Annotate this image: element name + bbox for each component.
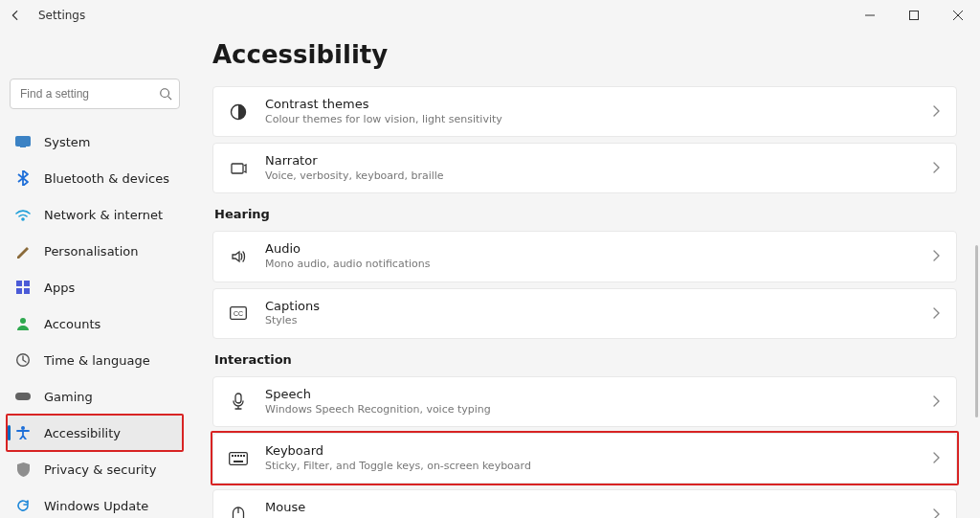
svg-rect-8 (16, 288, 22, 294)
sidebar-item-label: Apps (44, 281, 75, 295)
svg-line-3 (168, 97, 172, 101)
chevron-right-icon (931, 102, 941, 121)
svg-rect-25 (234, 461, 243, 462)
svg-rect-9 (24, 288, 30, 294)
sidebar-item-privacy[interactable]: Privacy & security (8, 452, 182, 486)
sidebar-item-update[interactable]: Windows Update (8, 488, 182, 518)
sidebar-item-accounts[interactable]: Accounts (8, 306, 182, 341)
setting-row-subtitle: Colour themes for low vision, light sens… (265, 113, 914, 126)
gaming-icon (15, 389, 31, 404)
accounts-icon (15, 316, 31, 331)
svg-point-2 (161, 89, 169, 98)
setting-row-subtitle: Voice, verbosity, keyboard, braille (265, 169, 914, 183)
maximize-button[interactable] (892, 0, 936, 31)
nav-list: SystemBluetooth & devicesNetwork & inter… (8, 124, 182, 518)
captions-icon: CC (229, 304, 248, 323)
sidebar-item-label: Privacy & security (44, 462, 156, 477)
sidebar-item-bluetooth[interactable]: Bluetooth & devices (8, 161, 182, 195)
svg-point-13 (21, 426, 25, 430)
network-icon (15, 207, 31, 222)
sidebar-item-label: Accessibility (44, 426, 121, 440)
svg-text:CC: CC (234, 310, 243, 317)
system-icon (15, 134, 31, 149)
section-title: Hearing (214, 207, 955, 221)
close-button[interactable] (936, 0, 980, 31)
setting-row-title: Keyboard (265, 443, 914, 460)
svg-rect-1 (910, 11, 919, 20)
sidebar-item-label: Time & language (44, 353, 150, 368)
main-content: Accessibility Contrast themesColour them… (189, 31, 980, 518)
setting-row-title: Mouse (265, 500, 914, 516)
chevron-right-icon (931, 247, 941, 265)
setting-row-text: NarratorVoice, verbosity, keyboard, brai… (265, 153, 914, 183)
personalise-icon (15, 243, 31, 259)
apps-icon (15, 280, 31, 295)
svg-rect-20 (232, 455, 234, 457)
setting-row-audio[interactable]: AudioMono audio, audio notifications (213, 232, 956, 281)
keyboard-icon (229, 449, 248, 468)
svg-rect-23 (240, 455, 242, 457)
setting-row-title: Contrast themes (265, 97, 914, 113)
speech-icon (229, 392, 248, 411)
sidebar-item-personalise[interactable]: Personalisation (8, 234, 182, 268)
chevron-right-icon (931, 449, 941, 467)
setting-row-narrator[interactable]: NarratorVoice, verbosity, keyboard, brai… (213, 144, 956, 192)
setting-row-title: Speech (265, 387, 914, 403)
sidebar-item-accessibility[interactable]: Accessibility (8, 416, 182, 450)
accessibility-icon (15, 425, 31, 440)
svg-rect-24 (243, 455, 245, 457)
svg-rect-21 (234, 455, 236, 457)
sidebar-item-gaming[interactable]: Gaming (8, 379, 182, 414)
setting-row-subtitle: Styles (265, 314, 914, 327)
privacy-icon (15, 462, 31, 477)
sidebar-item-apps[interactable]: Apps (8, 270, 182, 304)
sidebar-item-label: Personalisation (44, 244, 139, 259)
sidebar-item-label: Accounts (44, 317, 100, 331)
back-button[interactable] (6, 6, 25, 25)
setting-row-contrast[interactable]: Contrast themesColour themes for low vis… (213, 87, 956, 136)
setting-row-subtitle: Windows Speech Recognition, voice typing (265, 403, 914, 417)
setting-row-text: CaptionsStyles (265, 299, 914, 328)
sidebar-item-label: Bluetooth & devices (44, 171, 169, 186)
setting-row-text: KeyboardSticky, Filter, and Toggle keys,… (265, 443, 914, 473)
svg-rect-5 (20, 146, 26, 147)
chevron-right-icon (931, 393, 941, 411)
search-icon (159, 86, 172, 104)
chevron-right-icon (931, 159, 941, 177)
svg-point-10 (20, 318, 26, 324)
setting-row-text: SpeechWindows Speech Recognition, voice … (265, 387, 914, 417)
mouse-icon (229, 506, 248, 518)
audio-icon (229, 247, 248, 266)
sidebar-item-label: Network & internet (44, 208, 163, 222)
sidebar: SystemBluetooth & devicesNetwork & inter… (0, 31, 189, 518)
setting-row-keyboard[interactable]: KeyboardSticky, Filter, and Toggle keys,… (213, 434, 956, 483)
sidebar-item-network[interactable]: Network & internet (8, 197, 182, 232)
setting-row-subtitle: Sticky, Filter, and Toggle keys, on-scre… (265, 460, 914, 473)
setting-row-subtitle: Mono audio, audio notifications (265, 258, 914, 271)
search-wrap (10, 79, 180, 109)
svg-rect-15 (232, 164, 243, 173)
minimize-button[interactable] (848, 0, 892, 31)
setting-row-captions[interactable]: CCCaptionsStyles (213, 289, 956, 338)
setting-row-mouse[interactable]: MouseMouse keys, speed, acceleration (213, 490, 956, 518)
svg-rect-6 (16, 281, 22, 286)
svg-rect-19 (230, 452, 248, 464)
titlebar: Settings (0, 0, 980, 31)
setting-row-title: Captions (265, 299, 914, 315)
sidebar-item-time[interactable]: Time & language (8, 343, 182, 377)
update-icon (15, 498, 31, 513)
setting-row-title: Narrator (265, 153, 914, 169)
search-input[interactable] (10, 79, 180, 109)
svg-rect-12 (15, 393, 31, 400)
narrator-icon (229, 159, 248, 178)
scrollbar[interactable] (975, 245, 978, 417)
sidebar-item-system[interactable]: System (8, 124, 182, 159)
svg-rect-4 (16, 137, 31, 146)
setting-row-speech[interactable]: SpeechWindows Speech Recognition, voice … (213, 377, 956, 426)
bluetooth-icon (15, 170, 31, 186)
setting-row-text: MouseMouse keys, speed, acceleration (265, 500, 914, 518)
time-icon (15, 352, 31, 368)
setting-row-text: AudioMono audio, audio notifications (265, 241, 914, 271)
svg-rect-7 (24, 281, 30, 286)
sidebar-item-label: Gaming (44, 390, 93, 404)
